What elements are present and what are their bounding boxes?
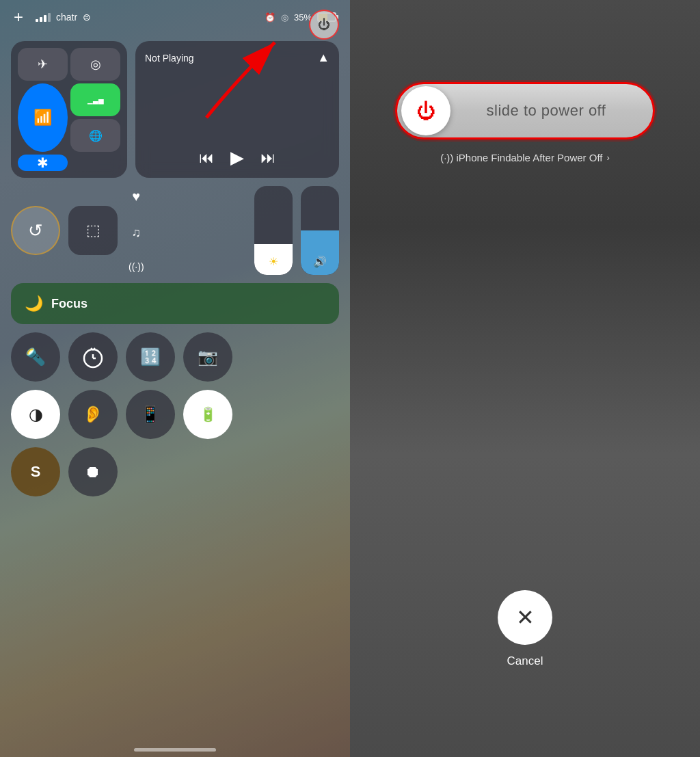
control-center-panel: + chatr ⊜ ⏰ ◎ 35% ⏻	[0, 0, 350, 757]
not-playing-label: Not Playing	[145, 53, 194, 64]
screen-mirror-button[interactable]: ⬚	[68, 206, 118, 255]
cellular-button[interactable]: ▁▃▅	[70, 83, 120, 116]
power-off-slider[interactable]: ⏻ slide to power off	[395, 82, 655, 140]
airplay-icon[interactable]: ▲	[317, 51, 329, 65]
ring-icon: ◎	[281, 12, 288, 23]
play-button[interactable]: ▶	[230, 147, 244, 168]
battery-button[interactable]: 🔋	[183, 390, 232, 439]
find-my-note[interactable]: (·)) iPhone Findable After Power Off ›	[440, 152, 610, 163]
music-icon: ♫	[132, 226, 142, 240]
power-off-panel: ⏻ slide to power off (·)) iPhone Findabl…	[350, 0, 700, 757]
tools-grid-row2: ◑ 👂 📱 🔋	[11, 390, 339, 439]
slide-to-power-off-label: slide to power off	[450, 102, 649, 120]
signal-strength-icon	[36, 13, 51, 22]
moon-icon: 🌙	[25, 295, 43, 313]
shazam-button[interactable]: S	[11, 447, 60, 496]
power-slider-thumb: ⏻	[401, 86, 450, 135]
focus-wifi-button[interactable]: 🌐	[70, 119, 120, 152]
media-controls: ⏮ ▶ ⏭	[145, 147, 329, 168]
annotation-arrow	[193, 29, 302, 124]
record-button[interactable]: ⏺	[68, 447, 118, 496]
brightness-slider[interactable]: ☀	[254, 186, 293, 275]
bluetooth-button[interactable]: ✱	[18, 155, 68, 171]
wifi-status-icon: ⊜	[83, 12, 91, 23]
connectivity-block[interactable]: ✈ ◎ 📶 ▁▃▅ ✱ 🌐	[11, 41, 127, 178]
timer-button[interactable]	[68, 332, 118, 382]
cancel-button[interactable]: ✕	[498, 590, 552, 645]
signal-icon: ((·))	[129, 261, 144, 272]
alarm-icon: ⏰	[265, 12, 275, 23]
cancel-container: ✕ Cancel	[498, 590, 552, 668]
calculator-button[interactable]: 🔢	[126, 332, 175, 382]
camera-button[interactable]: 📷	[183, 332, 232, 382]
tools-grid-row1: 🔦 🔢 📷	[11, 332, 339, 382]
power-symbol-icon: ⏻	[318, 18, 330, 32]
airdrop-button[interactable]: ◎	[70, 48, 120, 81]
home-indicator	[134, 748, 216, 752]
airplane-mode-button[interactable]: ✈	[18, 48, 68, 81]
focus-button[interactable]: 🌙 Focus	[11, 283, 339, 324]
next-track-button[interactable]: ⏭	[260, 149, 275, 167]
heart-icon: ♥	[132, 189, 140, 204]
flashlight-button[interactable]: 🔦	[11, 332, 60, 382]
power-button-top[interactable]: ⏻	[309, 10, 339, 40]
volume-fill	[301, 230, 339, 275]
volume-slider[interactable]: 🔊	[301, 186, 339, 275]
volume-icon: 🔊	[313, 255, 327, 268]
cancel-icon: ✕	[516, 605, 535, 630]
contrast-button[interactable]: ◑	[11, 390, 60, 439]
brightness-icon: ☀	[269, 255, 278, 268]
wifi-button[interactable]: 📶	[18, 83, 68, 152]
chevron-icon: ›	[607, 152, 610, 163]
find-my-text: (·)) iPhone Findable After Power Off	[440, 152, 602, 163]
slider-container: ☀ 🔊	[152, 186, 339, 275]
remote-button[interactable]: 📱	[126, 390, 175, 439]
sliders-row: ↺ ⬚ ♥ ♫ ((·)) ☀ 🔊	[11, 186, 339, 275]
add-widget-button[interactable]: +	[14, 8, 23, 27]
prev-track-button[interactable]: ⏮	[199, 149, 214, 167]
timer-icon	[81, 345, 105, 369]
cancel-label: Cancel	[507, 654, 543, 668]
status-left: + chatr ⊜	[14, 8, 91, 27]
control-center-grid: ✈ ◎ 📶 ▁▃▅ ✱ 🌐 Not Playing ▲ ⏮ ▶	[11, 41, 339, 736]
carrier-label: chatr	[56, 12, 77, 23]
hearing-button[interactable]: 👂	[68, 390, 118, 439]
tools-grid-row3: S ⏺	[11, 447, 339, 496]
side-icons: ♥ ♫ ((·))	[129, 186, 144, 275]
focus-label: Focus	[51, 297, 88, 311]
power-icon: ⏻	[416, 100, 435, 122]
rotation-lock-button[interactable]: ↺	[11, 206, 60, 255]
